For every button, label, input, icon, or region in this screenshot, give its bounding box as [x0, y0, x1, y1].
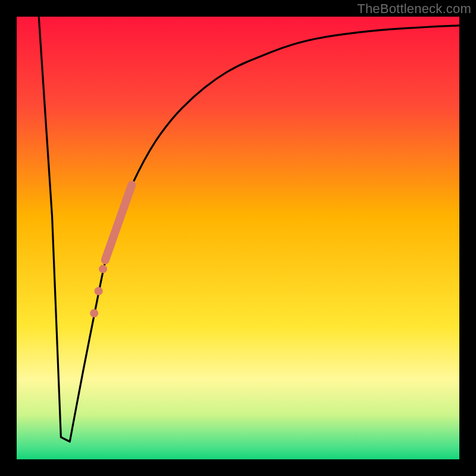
marker-dot: [90, 309, 98, 317]
chart-frame: TheBottleneck.com: [0, 0, 476, 476]
watermark-text: TheBottleneck.com: [357, 1, 471, 17]
marker-dot: [95, 287, 103, 295]
plot-background: [17, 17, 459, 459]
marker-dot: [99, 265, 107, 273]
bottleneck-chart: [0, 0, 476, 476]
